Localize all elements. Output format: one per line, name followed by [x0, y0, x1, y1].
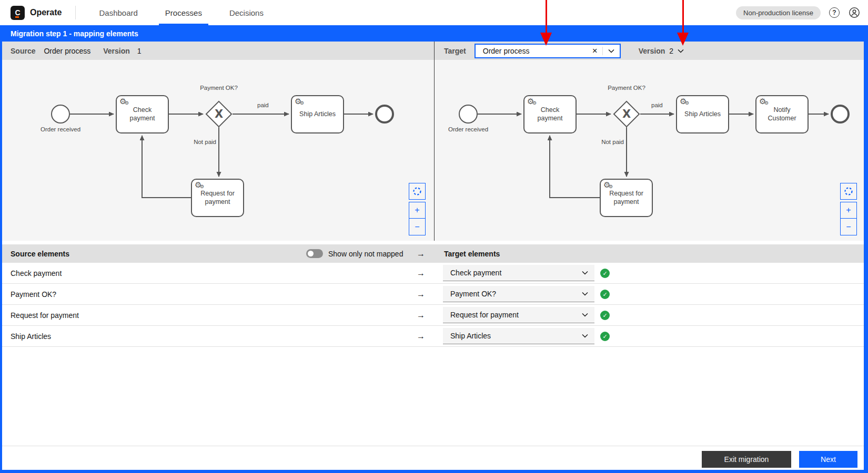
migration-banner-title: Migration step 1 - mapping elements [11, 29, 138, 38]
exclusive-gateway-x-icon: X [618, 106, 635, 122]
bpmn-end-event[interactable] [831, 105, 850, 124]
bpmn-end-event[interactable] [375, 105, 394, 124]
annotation-arrowhead [677, 33, 689, 46]
zoom-controls: + − [840, 202, 857, 235]
bpmn-start-event[interactable] [51, 105, 70, 124]
tab-processes[interactable]: Processes [152, 0, 216, 25]
reset-zoom-icon [412, 187, 422, 196]
bpmn-task-check-payment[interactable]: ⚙ ⚙ Check payment [523, 95, 577, 133]
source-panel-header: Source Order process Version 1 [2, 42, 434, 60]
mapping-row: Request for payment → Request for paymen… [2, 305, 864, 326]
tab-decisions[interactable]: Decisions [216, 0, 277, 25]
bpmn-label-order-received: Order received [37, 126, 84, 132]
user-menu-button[interactable] [848, 6, 861, 19]
chevron-down-icon[interactable] [603, 49, 620, 53]
task-label: Notify Customer [760, 106, 804, 122]
license-badge: Non-production license [736, 6, 821, 19]
service-task-gear-icon: ⚙ [532, 101, 537, 106]
arrow-right-icon: → [417, 249, 425, 259]
target-element-select[interactable]: Check payment [443, 265, 594, 281]
exit-migration-button[interactable]: Exit migration [702, 451, 791, 468]
annotation-arrow-target-version [682, 0, 684, 33]
source-element-name: Payment OK? [11, 290, 56, 299]
show-only-not-mapped-toggle[interactable] [306, 249, 323, 258]
chevron-down-icon [582, 334, 588, 338]
clear-selection-icon[interactable]: × [588, 46, 602, 56]
bpmn-task-request-for-payment[interactable]: ⚙ ⚙ Request for payment [191, 179, 244, 217]
help-icon: ? [829, 7, 840, 18]
task-label: Check payment [528, 106, 572, 122]
migration-outline-bottom [0, 470, 868, 473]
bpmn-task-check-payment[interactable]: ⚙ ⚙ Check payment [116, 95, 169, 133]
task-label: Ship Articles [299, 110, 336, 119]
target-version-label: Version [639, 47, 665, 55]
bpmn-label-payment-ok: Payment OK? [195, 85, 243, 91]
source-element-name: Request for payment [11, 311, 79, 320]
combobox-value: Order process [476, 47, 588, 55]
bpmn-task-request-for-payment[interactable]: ⚙ ⚙ Request for payment [600, 179, 653, 217]
migration-outline-right [864, 42, 868, 473]
task-label: Request for payment [604, 190, 648, 206]
reset-zoom-icon [844, 187, 853, 196]
app-title: Operate [30, 8, 62, 17]
help-button[interactable]: ? [828, 6, 841, 19]
bpmn-task-ship-articles[interactable]: ⚙ ⚙ Ship Articles [676, 95, 729, 133]
target-version-select[interactable]: Version 2 [639, 47, 684, 55]
bpmn-start-event[interactable] [459, 105, 478, 124]
zoom-out-button[interactable]: − [841, 219, 856, 235]
bpmn-label-order-received: Order received [445, 126, 492, 132]
zoom-in-button[interactable]: + [841, 202, 856, 219]
selected-target-element: Request for payment [450, 311, 582, 319]
task-label: Ship Articles [684, 110, 721, 119]
migration-banner: Migration step 1 - mapping elements [0, 25, 868, 42]
task-label: Check payment [120, 106, 164, 122]
reset-diagram-zoom-button[interactable] [840, 183, 857, 200]
chevron-down-icon [678, 49, 684, 53]
target-element-select[interactable]: Ship Articles [443, 328, 594, 344]
camunda-logo[interactable]: C [11, 6, 25, 20]
bpmn-task-notify-customer[interactable]: ⚙ ⚙ Notify Customer [755, 95, 809, 133]
service-task-gear-icon: ⚙ [685, 101, 689, 106]
logo-letter: C [15, 8, 20, 17]
target-element-select[interactable]: Request for payment [443, 307, 594, 323]
target-panel-header: Target Order process × Version 2 [435, 42, 864, 60]
bpmn-label-paid: paid [651, 102, 663, 108]
annotation-arrowhead [540, 33, 552, 46]
target-label: Target [444, 47, 466, 55]
task-label: Request for payment [196, 190, 239, 206]
tab-dashboard[interactable]: Dashboard [85, 0, 151, 25]
arrow-right-icon: → [417, 332, 425, 341]
nav-tabs: Dashboard Processes Decisions [85, 0, 277, 25]
target-elements-header: Target elements [444, 250, 500, 258]
operate-migration-view: C Operate Dashboard Processes Decisions … [0, 0, 868, 473]
arrow-right-icon: → [417, 269, 425, 278]
zoom-in-button[interactable]: + [409, 202, 425, 219]
source-version-value: 1 [137, 47, 142, 55]
zoom-out-button[interactable]: − [409, 219, 425, 235]
selected-target-element: Payment OK? [450, 290, 582, 298]
chevron-down-icon [582, 292, 588, 296]
nav-right: Non-production license ? [736, 6, 861, 19]
bpmn-label-not-paid: Not paid [587, 139, 624, 145]
reset-diagram-zoom-button[interactable] [409, 183, 426, 200]
arrow-right-icon: → [417, 311, 425, 320]
mapping-row: Ship Articles → Ship Articles ✓ [2, 326, 864, 347]
arrow-right-icon: → [417, 290, 425, 299]
selected-target-element: Ship Articles [450, 332, 582, 340]
source-version-label: Version [103, 47, 130, 55]
service-task-gear-icon: ⚙ [609, 184, 613, 189]
top-navigation: C Operate Dashboard Processes Decisions … [0, 0, 868, 25]
mapped-check-icon: ✓ [600, 290, 610, 299]
service-task-gear-icon: ⚙ [300, 101, 304, 106]
target-element-select[interactable]: Payment OK? [443, 286, 594, 302]
mapping-row: Payment OK? → Payment OK? ✓ [2, 284, 864, 305]
next-button[interactable]: Next [799, 451, 857, 468]
mapping-row: Check payment → Check payment ✓ [2, 263, 864, 284]
mapped-check-icon: ✓ [600, 332, 610, 341]
bpmn-task-ship-articles[interactable]: ⚙ ⚙ Ship Articles [291, 95, 344, 133]
migration-outline-left [0, 42, 2, 473]
source-label: Source [11, 47, 35, 55]
bpmn-label-paid: paid [257, 102, 269, 108]
user-icon [849, 7, 860, 18]
bpmn-label-payment-ok: Payment OK? [602, 85, 651, 91]
